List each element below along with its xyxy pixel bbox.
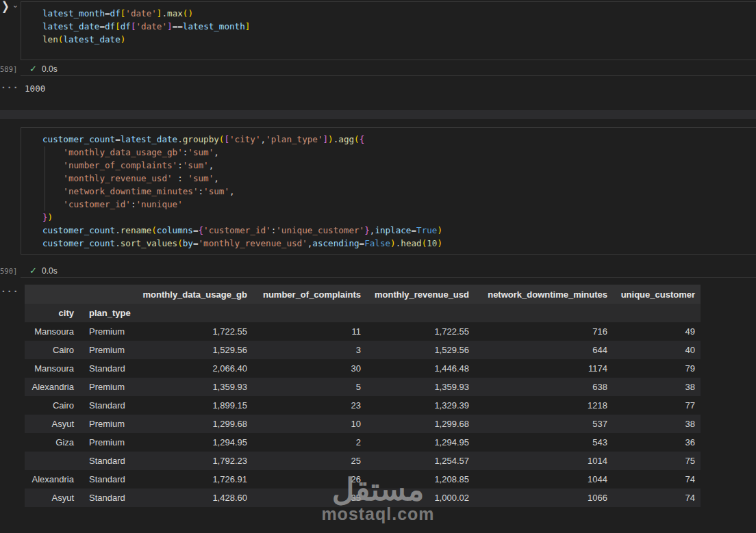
success-check-icon: ✓	[29, 64, 42, 74]
code-line[interactable]: })	[42, 211, 442, 224]
column-header: monthly_data_usage_gb	[137, 285, 253, 304]
code-line[interactable]: len(latest_date)	[42, 33, 250, 46]
value-cell: 74	[613, 470, 701, 489]
code-line[interactable]: customer_count=latest_date.groupby(['cit…	[42, 133, 442, 146]
cell-separator	[21, 75, 756, 76]
code-line[interactable]: latest_date=df[df['date']==latest_month]	[42, 20, 250, 33]
value-cell: 1,792.23	[137, 452, 253, 470]
table-column-header-row: monthly_data_usage_gbnumber_of_complaint…	[25, 285, 701, 304]
column-header: network_downtime_minutes	[475, 285, 613, 304]
blank-header	[137, 304, 253, 322]
value-cell: 1,722.55	[137, 322, 253, 341]
value-cell: 1,294.95	[137, 433, 253, 452]
city-index-cell: Cairo	[25, 396, 79, 415]
plan-type-index-cell: Premium	[79, 322, 137, 341]
value-cell: 75	[613, 452, 701, 470]
cell-output-text: 1000	[25, 83, 45, 94]
value-cell: 1,722.55	[366, 322, 475, 341]
value-cell: 3	[253, 341, 366, 359]
value-cell: 5	[253, 378, 366, 396]
table-header: monthly_data_usage_gbnumber_of_complaint…	[25, 285, 701, 322]
table-row: Standard1,792.23251,254.57101475	[25, 452, 701, 470]
plan-type-index-cell: Standard	[79, 470, 137, 489]
city-index-cell: Alexandria	[25, 378, 79, 396]
code-line[interactable]: 'customer_id':'nunique'	[42, 198, 442, 211]
value-cell: 1,529.56	[137, 341, 253, 359]
column-header: number_of_complaints	[253, 285, 366, 304]
execution-count: 589]	[0, 65, 17, 73]
table-row: CairoStandard1,899.15231,329.39121877	[25, 396, 701, 415]
value-cell: 1,446.48	[366, 359, 475, 378]
code-line[interactable]: 'number_of_complaints':'sum',	[42, 159, 442, 172]
city-index-cell: Asyut	[25, 489, 79, 507]
index-name-header: city	[25, 304, 79, 322]
table-row: CairoPremium1,529.5631,529.5664440	[25, 341, 701, 359]
value-cell: 1044	[475, 470, 613, 489]
value-cell: 74	[613, 489, 701, 507]
value-cell: 11	[253, 322, 366, 341]
value-cell: 2	[253, 433, 366, 452]
table-row: MansouraStandard2,066.40301,446.48117479	[25, 359, 701, 378]
plan-type-index-cell: Standard	[79, 452, 137, 470]
code-editor[interactable]: latest_month=df['date'].max()latest_date…	[42, 7, 250, 46]
value-cell: 1,299.68	[137, 415, 253, 433]
dataframe-table: monthly_data_usage_gbnumber_of_complaint…	[25, 285, 701, 507]
dataframe-output: monthly_data_usage_gbnumber_of_complaint…	[25, 285, 701, 507]
cell-toolbar: ❯⌄	[1, 0, 18, 12]
value-cell: 1,359.93	[137, 378, 253, 396]
code-cell-2: customer_count=latest_date.groupby(['cit…	[21, 127, 756, 255]
output-collapse-icon[interactable]: ···	[1, 286, 18, 296]
plan-type-index-cell: Standard	[79, 489, 137, 507]
index-name-row: cityplan_type	[25, 304, 701, 322]
value-cell: 1,899.15	[137, 396, 253, 415]
value-cell: 79	[613, 359, 701, 378]
code-line[interactable]: 'monthly_revenue_usd' : 'sum',	[42, 172, 442, 185]
code-line[interactable]: latest_month=df['date'].max()	[42, 7, 250, 20]
column-header: monthly_revenue_usd	[366, 285, 475, 304]
value-cell: 35	[253, 489, 366, 507]
value-cell: 2,066.40	[137, 359, 253, 378]
value-cell: 38	[613, 378, 701, 396]
plan-type-index-cell: Premium	[79, 341, 137, 359]
chevron-right-icon[interactable]: ❯	[1, 0, 10, 13]
value-cell: 1,529.56	[366, 341, 475, 359]
value-cell: 1,726.91	[137, 470, 253, 489]
watermark-domain-text: mostaql.com	[274, 506, 482, 521]
cell-separator	[21, 277, 756, 278]
value-cell: 23	[253, 396, 366, 415]
value-cell: 26	[253, 470, 366, 489]
value-cell: 537	[475, 415, 613, 433]
blank-header	[613, 304, 701, 322]
code-line[interactable]: 'network_downtime_minutes':'sum',	[42, 185, 442, 198]
value-cell: 49	[613, 322, 701, 341]
chevron-down-icon[interactable]: ⌄	[12, 1, 18, 9]
execution-duration: 0.0s	[42, 266, 58, 276]
table-body: MansouraPremium1,722.55111,722.5571649Ca…	[25, 322, 701, 507]
output-collapse-icon[interactable]: ···	[1, 82, 18, 92]
city-index-cell: Alexandria	[25, 470, 79, 489]
value-cell: 1,329.39	[366, 396, 475, 415]
plan-type-index-cell: Standard	[79, 396, 137, 415]
value-cell: 77	[613, 396, 701, 415]
code-line[interactable]: 'monthly_data_usage_gb':'sum',	[42, 146, 442, 159]
blank-header	[366, 304, 475, 322]
value-cell: 1218	[475, 396, 613, 415]
value-cell: 30	[253, 359, 366, 378]
index-name-header: plan_type	[79, 304, 137, 322]
value-cell: 1,000.02	[366, 489, 475, 507]
value-cell: 38	[613, 415, 701, 433]
plan-type-index-cell: Premium	[79, 433, 137, 452]
code-line[interactable]: customer_count.rename(columns={'customer…	[42, 224, 442, 237]
table-row: GizaPremium1,294.9521,294.9554336	[25, 433, 701, 452]
code-line[interactable]: customer_count.sort_values(by='monthly_r…	[42, 237, 442, 250]
value-cell: 1174	[475, 359, 613, 378]
city-index-cell: Giza	[25, 433, 79, 452]
table-row: AsyutStandard1,428.60351,000.02106674	[25, 489, 701, 507]
code-editor[interactable]: customer_count=latest_date.groupby(['cit…	[42, 133, 442, 250]
column-header: unique_customer	[613, 285, 701, 304]
value-cell: 36	[613, 433, 701, 452]
value-cell: 1,294.95	[366, 433, 475, 452]
blank-index-header	[25, 285, 79, 304]
value-cell: 1,428.60	[137, 489, 253, 507]
city-index-cell: Mansoura	[25, 322, 79, 341]
